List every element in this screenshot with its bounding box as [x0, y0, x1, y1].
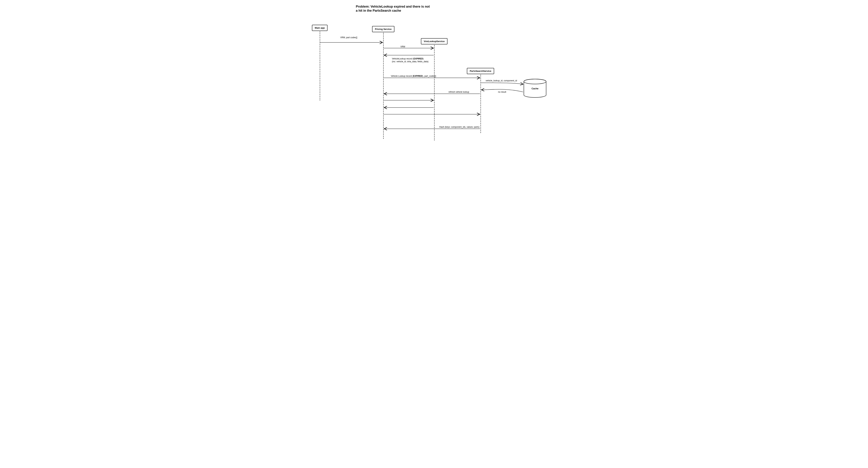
message-arrows [301, 0, 567, 143]
message-label: refresh vehicle lookup [448, 91, 469, 93]
message-label: Hash (keys: component_ids, values: parts… [439, 126, 479, 128]
message-label: no result [498, 91, 506, 93]
message-label: VehicleLookup record (EXPIRED) (inc: veh… [392, 57, 429, 63]
message-label: Vehicle Lookup record (EXPIRED), part_co… [391, 75, 436, 77]
message-label: VRM, part codes[] [340, 36, 357, 39]
message-label: vehicle_lookup_id, component_id [486, 79, 517, 82]
sequence-diagram: Problem: VehicleLookup expired and there… [301, 0, 567, 143]
message-label: VRM [400, 45, 405, 48]
